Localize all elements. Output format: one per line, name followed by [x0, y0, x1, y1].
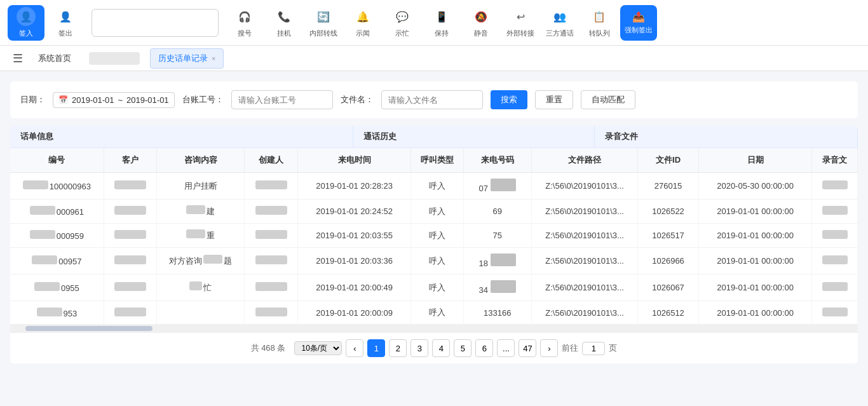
tab-blurred[interactable]: [81, 48, 147, 69]
page-4-button[interactable]: 4: [432, 339, 450, 357]
cell-phone: 34: [463, 274, 531, 301]
page-6-button[interactable]: 6: [475, 339, 493, 357]
cell-customer: [104, 173, 156, 200]
page-last-button[interactable]: 47: [519, 339, 536, 357]
cell-content: 忙: [157, 274, 245, 301]
cell-phone: 75: [463, 224, 531, 248]
mute-button[interactable]: 🔕 静音: [463, 5, 499, 41]
cell-time: 2019-01-01 20:00:49: [297, 274, 411, 301]
signout-button[interactable]: 👤 签出: [47, 5, 84, 41]
hold-icon: 📱: [432, 7, 451, 26]
section-recording: 录音文件: [595, 126, 858, 147]
main-toolbar: 👤 签入 👤 签出 🎧 搜号 📞 挂机 🔄 内部转线 🔔 示闻 💬 示忙 📱 保…: [0, 0, 868, 46]
cell-time: 2019-01-01 20:28:23: [297, 173, 411, 200]
signin-icon: 👤: [17, 7, 36, 26]
filter-bar: 日期： 📅 2019-01-01 ~ 2019-01-01 台账工号： 文件名：…: [10, 81, 858, 118]
page-3-button[interactable]: 3: [410, 339, 428, 357]
cell-id: 100000963: [10, 173, 104, 200]
page-1-button[interactable]: 1: [367, 339, 385, 357]
page-size-select[interactable]: 10条/页 20条/页 50条/页: [294, 341, 342, 355]
hold-button[interactable]: 📱 保持: [423, 5, 460, 41]
queue-transfer-button[interactable]: 📋 转队列: [581, 5, 618, 41]
date-end: 2019-01-01: [126, 95, 169, 105]
cell-file-id: 1026966: [638, 248, 698, 274]
cell-id: 953: [10, 301, 104, 325]
account-input[interactable]: [231, 90, 333, 109]
cell-date: 2020-05-30 00:00:00: [698, 173, 812, 200]
col-date: 日期: [698, 148, 812, 173]
calendar-icon: 📅: [58, 95, 68, 104]
cell-call-type: 呼入: [411, 248, 463, 274]
table-row: 9532019-01-01 20:00:09呼入133166Z:\56\0\20…: [10, 301, 858, 325]
cell-call-type: 呼入: [411, 173, 463, 200]
cell-recording: [812, 274, 858, 301]
cell-file-id: 1026517: [638, 224, 698, 248]
col-recording: 录音文: [812, 148, 858, 173]
phone-input[interactable]: [92, 9, 219, 37]
hangup-button[interactable]: 📞 挂机: [266, 5, 302, 41]
cell-phone: 18: [463, 248, 531, 274]
tab-close-icon[interactable]: ×: [212, 55, 215, 62]
cell-time: 2019-01-01 20:03:55: [297, 224, 411, 248]
reset-button[interactable]: 重置: [535, 90, 573, 109]
pagination: 共 468 条 10条/页 20条/页 50条/页 ‹ 1 2 3 4 5 6 …: [10, 332, 858, 363]
demo-listen-button[interactable]: 🔔 示闻: [344, 5, 381, 41]
tab-menu-icon[interactable]: ☰: [8, 48, 28, 69]
cell-file-id: 1026067: [638, 274, 698, 301]
date-range-picker[interactable]: 📅 2019-01-01 ~ 2019-01-01: [53, 92, 175, 108]
col-customer: 客户: [104, 148, 156, 173]
filename-input[interactable]: [381, 90, 483, 109]
search-number-button[interactable]: 🎧 搜号: [226, 5, 263, 41]
listen-icon: 🔔: [353, 7, 372, 26]
search-button[interactable]: 搜索: [491, 90, 527, 109]
cell-creator: [245, 173, 297, 200]
goto-input[interactable]: [582, 342, 605, 355]
prev-page-button[interactable]: ‹: [346, 339, 363, 357]
page-5-button[interactable]: 5: [454, 339, 471, 357]
section-bill-info: 话单信息: [10, 126, 353, 147]
bottom-scrollbar[interactable]: [10, 325, 858, 332]
col-phone: 来电号码: [463, 148, 531, 173]
busy-button[interactable]: 💬 示忙: [384, 5, 421, 41]
three-way-call-button[interactable]: 👥 三方通话: [541, 5, 578, 41]
cell-content: [157, 301, 245, 325]
external-icon: ↩: [511, 7, 530, 26]
table-row: 000959重2019-01-01 20:03:55呼入75Z:\56\0\20…: [10, 224, 858, 248]
external-transfer-button[interactable]: ↩ 外部转接: [502, 5, 539, 41]
cell-creator: [245, 224, 297, 248]
cell-date: 2019-01-01 00:00:00: [698, 274, 812, 301]
cell-call-type: 呼入: [411, 224, 463, 248]
auto-match-button[interactable]: 自动匹配: [581, 90, 635, 109]
cell-customer: [104, 301, 156, 325]
col-content: 咨询内容: [157, 148, 245, 173]
cell-file-id: 1026522: [638, 200, 698, 224]
force-logout-button[interactable]: 📤 强制签出: [620, 5, 657, 41]
cell-id: 00957: [10, 248, 104, 274]
tab-history[interactable]: 历史话单记录 ×: [150, 48, 224, 69]
signin-button[interactable]: 👤 签入: [8, 5, 44, 41]
internal-transfer-button[interactable]: 🔄 内部转线: [305, 5, 342, 41]
page-2-button[interactable]: 2: [389, 339, 407, 357]
cell-creator: [245, 301, 297, 325]
page-unit: 页: [609, 342, 617, 354]
table-scroll[interactable]: 编号 客户 咨询内容 创建人 来电时间 呼叫类型 来电号码 文件路径 文件ID …: [10, 148, 858, 325]
cell-date: 2019-01-01 00:00:00: [698, 224, 812, 248]
cell-date: 2019-01-01 00:00:00: [698, 301, 812, 325]
scrollbar-thumb: [25, 326, 153, 331]
cell-file-path: Z:\56\0\20190101\3...: [531, 248, 638, 274]
cell-phone: 07: [463, 173, 531, 200]
cell-file-path: Z:\56\0\20190101\3...: [531, 301, 638, 325]
cell-time: 2019-01-01 20:24:52: [297, 200, 411, 224]
col-file-id: 文件ID: [638, 148, 698, 173]
main-content: 日期： 📅 2019-01-01 ~ 2019-01-01 台账工号： 文件名：…: [0, 71, 868, 406]
table-row: 000961建2019-01-01 20:24:52呼入69Z:\56\0\20…: [10, 200, 858, 224]
cell-call-type: 呼入: [411, 301, 463, 325]
tab-home[interactable]: 系统首页: [31, 48, 79, 69]
signout-icon: 👤: [56, 7, 75, 26]
page-ellipsis[interactable]: ...: [497, 339, 515, 357]
cell-creator: [245, 274, 297, 301]
main-table: 编号 客户 咨询内容 创建人 来电时间 呼叫类型 来电号码 文件路径 文件ID …: [10, 148, 858, 325]
next-page-button[interactable]: ›: [540, 339, 558, 357]
table-section-header: 话单信息 通话历史 录音文件: [10, 126, 858, 148]
cell-phone: 133166: [463, 301, 531, 325]
